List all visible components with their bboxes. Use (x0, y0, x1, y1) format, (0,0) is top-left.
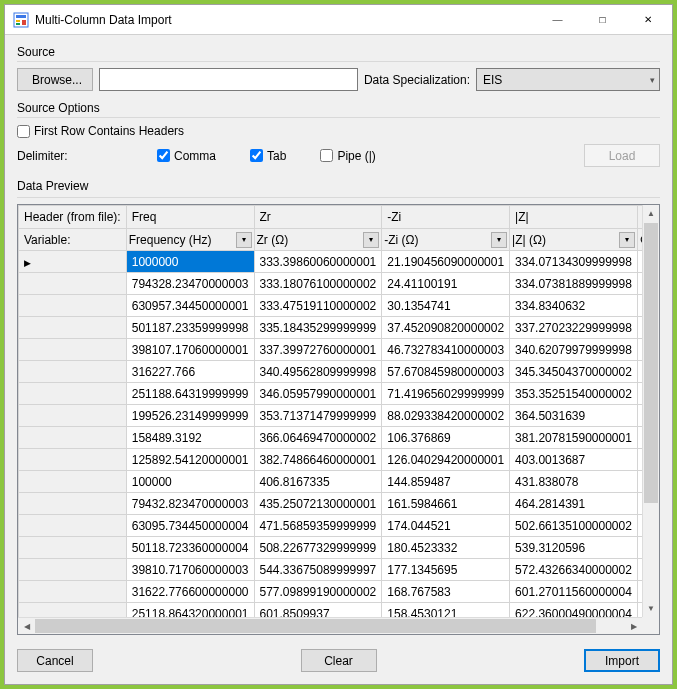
column-header-field[interactable] (132, 209, 249, 225)
data-cell[interactable]: 340.49562809999998 (254, 361, 382, 383)
scroll-right-button[interactable]: ▶ (625, 618, 642, 635)
row-header[interactable]: ▶ (19, 251, 127, 273)
data-cell[interactable]: 622.36000490000004 (510, 603, 638, 618)
comma-checkbox[interactable] (157, 149, 170, 162)
data-cell[interactable]: 539.3120596 (510, 537, 638, 559)
data-cell[interactable]: 158.4530121 (382, 603, 510, 618)
data-cell[interactable]: 126.04029420000001 (382, 449, 510, 471)
data-cell[interactable]: 79432.823470000003 (126, 493, 254, 515)
row-header[interactable] (19, 361, 127, 383)
data-cell[interactable]: 31622.776600000000 (126, 581, 254, 603)
data-cell[interactable]: 199526.23149999999 (126, 405, 254, 427)
data-cell[interactable]: 24.41100191 (382, 273, 510, 295)
row-header[interactable] (19, 405, 127, 427)
horizontal-scrollbar[interactable]: ◀ ▶ (18, 617, 642, 634)
minimize-button[interactable]: — (535, 5, 580, 34)
column-header-input[interactable] (510, 206, 638, 229)
data-cell[interactable]: 333.18076100000002 (254, 273, 382, 295)
row-header[interactable] (19, 273, 127, 295)
chevron-down-icon[interactable]: ▾ (236, 232, 252, 248)
first-row-headers-check[interactable]: First Row Contains Headers (17, 124, 660, 138)
maximize-button[interactable]: □ (580, 5, 625, 34)
column-header-input[interactable] (126, 206, 254, 229)
scroll-left-button[interactable]: ◀ (18, 618, 35, 635)
data-cell[interactable]: 30.1354741 (382, 295, 510, 317)
data-cell[interactable]: 71.419656029999999 (382, 383, 510, 405)
data-cell[interactable]: 406.8167335 (254, 471, 382, 493)
row-header[interactable] (19, 537, 127, 559)
data-cell[interactable]: 337.39972760000001 (254, 339, 382, 361)
data-cell[interactable]: 464.2814391 (510, 493, 638, 515)
row-header[interactable] (19, 603, 127, 618)
row-header[interactable] (19, 581, 127, 603)
table-row[interactable]: 63095.734450000004471.56859359999999174.… (19, 515, 643, 537)
tab-checkbox[interactable] (250, 149, 263, 162)
data-cell[interactable]: 335.18435299999999 (254, 317, 382, 339)
tab-check[interactable]: Tab (250, 149, 286, 163)
data-cell[interactable]: 601.27011560000004 (510, 581, 638, 603)
row-header[interactable] (19, 339, 127, 361)
source-path-input[interactable] (99, 68, 358, 91)
data-cell[interactable]: 88.029338420000002 (382, 405, 510, 427)
data-cell[interactable]: 630957.34450000001 (126, 295, 254, 317)
data-cell[interactable]: 37.452090820000002 (382, 317, 510, 339)
column-variable-combo[interactable]: |Z| (Ω)▾ (510, 229, 638, 251)
row-header[interactable] (19, 515, 127, 537)
data-cell[interactable]: 334.07381889999998 (510, 273, 638, 295)
table-row[interactable]: 50118.723360000004508.22677329999999180.… (19, 537, 643, 559)
data-cell[interactable]: 577.09899190000002 (254, 581, 382, 603)
table-row[interactable]: 501187.23359999998335.1843529999999937.4… (19, 317, 643, 339)
data-cell[interactable]: 346.05957990000001 (254, 383, 382, 405)
load-button[interactable]: Load (584, 144, 660, 167)
column-variable-combo[interactable]: Frequency (Hz)▾ (126, 229, 254, 251)
data-cell[interactable]: 334.07134309999998 (510, 251, 638, 273)
clear-button[interactable]: Clear (301, 649, 377, 672)
column-header-field[interactable] (260, 209, 377, 225)
data-cell[interactable]: 25118.864320000001 (126, 603, 254, 618)
data-cell[interactable]: 63095.734450000004 (126, 515, 254, 537)
table-row[interactable]: 79432.823470000003435.25072130000001161.… (19, 493, 643, 515)
data-cell[interactable]: 364.5031639 (510, 405, 638, 427)
table-row[interactable]: 316227.766340.4956280999999857.670845980… (19, 361, 643, 383)
browse-button[interactable]: Browse... (17, 68, 93, 91)
data-cell[interactable]: 337.27023229999998 (510, 317, 638, 339)
table-row[interactable]: 25118.864320000001601.8509937158.4530121… (19, 603, 643, 618)
table-row[interactable]: 125892.54120000001382.74866460000001126.… (19, 449, 643, 471)
data-cell[interactable]: 333.47519110000002 (254, 295, 382, 317)
data-cell[interactable]: 345.34504370000002 (510, 361, 638, 383)
data-cell[interactable]: 333.39860060000001 (254, 251, 382, 273)
data-cell[interactable]: 382.74866460000001 (254, 449, 382, 471)
data-cell[interactable]: 39810.717060000003 (126, 559, 254, 581)
data-cell[interactable]: 403.0013687 (510, 449, 638, 471)
data-cell[interactable]: 144.859487 (382, 471, 510, 493)
data-cell[interactable]: 177.1345695 (382, 559, 510, 581)
data-cell[interactable]: 334.8340632 (510, 295, 638, 317)
data-grid[interactable]: Header (from file):Variable:Frequency (H… (17, 204, 660, 635)
comma-check[interactable]: Comma (157, 149, 216, 163)
data-cell[interactable]: 100000 (126, 471, 254, 493)
data-cell[interactable]: 57.670845980000003 (382, 361, 510, 383)
data-cell[interactable]: 168.767583 (382, 581, 510, 603)
row-header[interactable] (19, 317, 127, 339)
chevron-down-icon[interactable]: ▾ (363, 232, 379, 248)
scroll-down-button[interactable]: ▼ (643, 600, 659, 617)
column-header-field[interactable] (387, 209, 504, 225)
data-cell[interactable]: 381.20781590000001 (510, 427, 638, 449)
data-cell[interactable]: 340.62079979999998 (510, 339, 638, 361)
table-row[interactable]: 199526.23149999999353.7137147999999988.0… (19, 405, 643, 427)
column-variable-combo[interactable]: Zr (Ω)▾ (254, 229, 382, 251)
data-cell[interactable]: 1000000 (126, 251, 254, 273)
row-header[interactable] (19, 295, 127, 317)
row-header[interactable] (19, 383, 127, 405)
data-cell[interactable]: 174.044521 (382, 515, 510, 537)
vertical-scrollbar[interactable]: ▲ ▼ (642, 205, 659, 617)
pipe-check[interactable]: Pipe (|) (320, 149, 375, 163)
data-cell[interactable]: 251188.64319999999 (126, 383, 254, 405)
chevron-down-icon[interactable]: ▾ (491, 232, 507, 248)
table-row[interactable]: ▶1000000333.3986006000000121.19045609000… (19, 251, 643, 273)
table-row[interactable]: 100000406.8167335144.859487431.838078-19… (19, 471, 643, 493)
data-cell[interactable]: 353.35251540000002 (510, 383, 638, 405)
column-header-input[interactable] (254, 206, 382, 229)
row-header[interactable] (19, 449, 127, 471)
table-row[interactable]: 158489.3192366.06469470000002106.3768693… (19, 427, 643, 449)
